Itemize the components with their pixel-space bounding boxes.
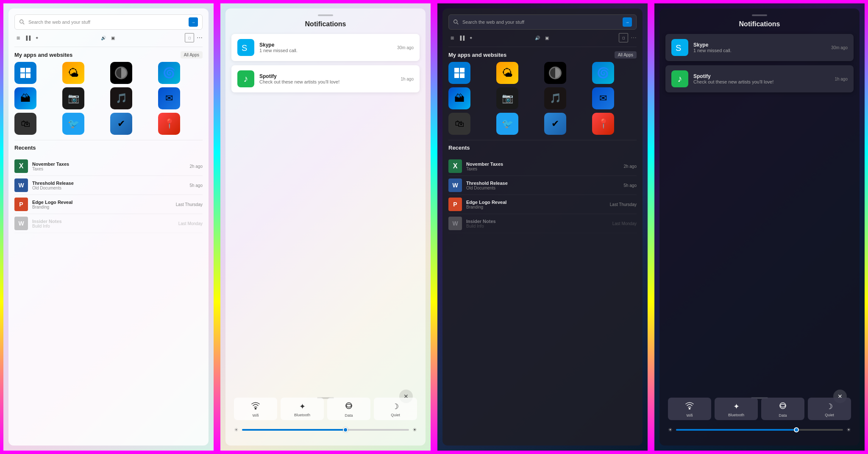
recents-header-dark: Recents xyxy=(448,145,637,154)
app-camera-dark[interactable]: 📷 xyxy=(496,87,518,109)
app-store[interactable]: 🛍 xyxy=(14,113,36,135)
toolbar-mid: 🔊 ▣ xyxy=(100,34,182,42)
app-spotify-dark[interactable]: 🎵 xyxy=(544,87,566,109)
pill-handle-dark xyxy=(752,14,767,16)
brightness-track-light[interactable] xyxy=(242,429,409,431)
brightness-min-icon-dark: ☀ xyxy=(668,427,673,433)
qs-data-button-light[interactable]: Data xyxy=(327,398,370,420)
recent-item-edge-logo-dark[interactable]: P Edge Logo Reveal Branding Last Thursda… xyxy=(448,195,637,214)
recent-item-insider[interactable]: W Insider Notes Build Info Last Monday xyxy=(14,214,203,233)
recent-item-taxes-dark[interactable]: X November Taxes Taxes 2h ago xyxy=(448,157,637,176)
volume-icon[interactable]: 🔊 xyxy=(100,34,107,42)
app-grid-dark: 🌤 🌀 🏔 📷 🎵 ✉ 🛍 🐦 ✔ 📍 xyxy=(448,62,637,135)
app-windows[interactable] xyxy=(14,62,36,84)
notif-time-spotify-dark: 1h ago xyxy=(835,77,848,81)
display-icon-dark[interactable]: ▣ xyxy=(543,34,551,42)
qs-quiet-button-light[interactable]: ☽ Quiet xyxy=(374,398,417,420)
recent-time-threshold: 5h ago xyxy=(189,183,203,188)
wifi-icon-light xyxy=(251,402,260,412)
apps-section-title-dark: My apps and websites xyxy=(448,52,506,58)
ppt-icon-dark: P xyxy=(448,198,462,211)
app-groove[interactable] xyxy=(110,62,132,84)
qs-quiet-button-dark[interactable]: ☽ Quiet xyxy=(808,398,851,420)
recents-title: Recents xyxy=(14,145,36,151)
recent-item-insider-dark[interactable]: W Insider Notes Build Info Last Monday xyxy=(448,214,637,233)
qs-wifi-button-light[interactable]: Wifi xyxy=(234,398,277,420)
recents-header: Recents xyxy=(14,145,203,154)
recent-item-edge-logo[interactable]: P Edge Logo Reveal Branding Last Thursda… xyxy=(14,195,203,214)
start-menu-card-light: Search the web and your stuff → ⊞ ▐▐ ✦ 🔊… xyxy=(8,8,209,446)
recent-info-insider: Insider Notes Build Info xyxy=(32,219,174,228)
signal-icon-dark: ▐▐ xyxy=(458,34,465,42)
app-maps-dark[interactable]: 📍 xyxy=(592,113,614,135)
app-edge[interactable]: 🌀 xyxy=(158,62,180,84)
app-tasks[interactable]: ✔ xyxy=(110,113,132,135)
app-store-dark[interactable]: 🛍 xyxy=(448,113,470,135)
search-bar-dark[interactable]: Search the web and your stuff → xyxy=(448,14,637,30)
app-spotify[interactable]: 🎵 xyxy=(110,87,132,109)
notif-spotify-light[interactable]: ♪ Spotify Check out these new artists yo… xyxy=(231,65,420,92)
app-twitter[interactable]: 🐦 xyxy=(62,113,84,135)
search-go-button[interactable]: → xyxy=(189,17,198,27)
app-camera[interactable]: 📷 xyxy=(62,87,84,109)
app-twitter-dark[interactable]: 🐦 xyxy=(496,113,518,135)
search-bar-light[interactable]: Search the web and your stuff → xyxy=(14,14,203,30)
taskview-icon-dark[interactable]: ⊞ xyxy=(448,34,456,42)
recents-section-light: Recents X November Taxes Taxes 2h ago W … xyxy=(14,145,203,233)
all-apps-button[interactable]: All Apps xyxy=(181,51,203,58)
app-mail-dark[interactable]: ✉ xyxy=(592,87,614,109)
signal-icon: ▐▐ xyxy=(24,34,31,42)
qs-wifi-button-dark[interactable]: Wifi xyxy=(668,398,711,420)
svg-point-17 xyxy=(780,403,786,409)
spotify-icon-light: ♪ xyxy=(237,70,254,87)
bluetooth-icon-dark[interactable]: ✦ xyxy=(467,34,475,42)
brightness-track-dark[interactable] xyxy=(676,429,843,431)
app-weather-dark[interactable]: 🌤 xyxy=(496,62,518,84)
toolbar-light: ⊞ ▐▐ ✦ 🔊 ▣ ◻ ⋯ xyxy=(14,33,203,42)
app-maps[interactable]: 📍 xyxy=(158,113,180,135)
app-mail[interactable]: ✉ xyxy=(158,87,180,109)
volume-icon-dark[interactable]: 🔊 xyxy=(534,34,541,42)
brightness-thumb-dark[interactable] xyxy=(794,427,799,432)
qs-bluetooth-button-light[interactable]: ✦ Bluetooth xyxy=(281,398,324,420)
more-icon[interactable]: ⋯ xyxy=(197,34,203,41)
panel-start-light: Search the web and your stuff → ⊞ ▐▐ ✦ 🔊… xyxy=(0,0,217,454)
separator-1-dark xyxy=(448,47,637,47)
toolbar-right: ◻ ⋯ xyxy=(185,33,203,42)
notif-time-skype-dark: 30m ago xyxy=(831,45,848,50)
toolbar-right-dark: ◻ ⋯ xyxy=(619,33,637,42)
taskview-icon[interactable]: ⊞ xyxy=(14,34,22,42)
search-go-button-dark[interactable]: → xyxy=(623,17,632,27)
notifications-title-dark: Notifications xyxy=(665,20,854,28)
all-apps-button-dark[interactable]: All Apps xyxy=(615,51,637,58)
bluetooth-icon[interactable]: ✦ xyxy=(33,34,41,42)
more-icon-dark[interactable]: ⋯ xyxy=(631,34,637,41)
recent-item-taxes[interactable]: X November Taxes Taxes 2h ago xyxy=(14,157,203,176)
skype-icon-dark: S xyxy=(671,39,688,56)
recent-item-threshold[interactable]: W Threshold Release Old Documents 5h ago xyxy=(14,176,203,195)
qs-data-button-dark[interactable]: Data xyxy=(761,398,804,420)
app-windows-dark[interactable] xyxy=(448,62,470,84)
word-icon-insider-dark: W xyxy=(448,217,462,230)
app-groove-dark[interactable] xyxy=(544,62,566,84)
recent-time-taxes-dark: 2h ago xyxy=(623,164,637,169)
brightness-thumb-light[interactable] xyxy=(343,427,348,432)
notif-spotify-dark[interactable]: ♪ Spotify Check out these new artists yo… xyxy=(665,65,854,92)
brightness-row-light: ☀ ☀ xyxy=(234,427,417,433)
qs-wifi-label-light: Wifi xyxy=(253,413,259,418)
notif-skype-light[interactable]: S Skype 1 new missed call. 30m ago xyxy=(231,34,420,61)
app-tasks-dark[interactable]: ✔ xyxy=(544,113,566,135)
app-edge-dark[interactable]: 🌀 xyxy=(592,62,614,84)
notif-skype-dark[interactable]: S Skype 1 new missed call. 30m ago xyxy=(665,34,854,61)
recent-time-edge-logo: Last Thursday xyxy=(176,202,203,207)
app-weather[interactable]: 🌤 xyxy=(62,62,84,84)
app-photos-dark[interactable]: 🏔 xyxy=(448,87,470,109)
app-photos[interactable]: 🏔 xyxy=(14,87,36,109)
recent-item-threshold-dark[interactable]: W Threshold Release Old Documents 5h ago xyxy=(448,176,637,195)
monitor-icon[interactable]: ◻ xyxy=(185,33,194,42)
svg-point-8 xyxy=(346,403,352,409)
display-icon[interactable]: ▣ xyxy=(109,34,117,42)
monitor-icon-dark[interactable]: ◻ xyxy=(619,33,628,42)
qs-bluetooth-button-dark[interactable]: ✦ Bluetooth xyxy=(715,398,758,420)
separator-1 xyxy=(14,47,203,47)
